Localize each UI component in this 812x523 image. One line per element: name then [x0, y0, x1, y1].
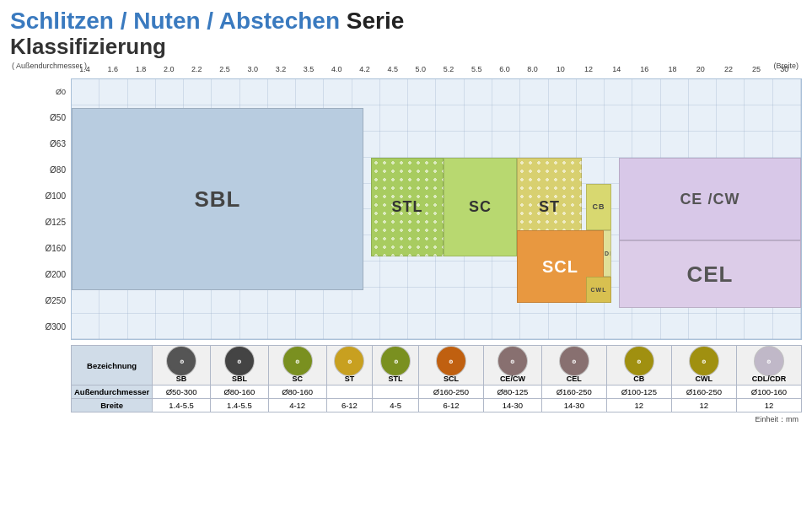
y-label-100: Ø100: [10, 183, 71, 209]
col-name-cdl_cdr: CDL/CDR: [739, 375, 799, 383]
col-name-scl: SCL: [422, 375, 481, 383]
breite-val-stl: 4-5: [373, 399, 419, 412]
icon-st: ⚙: [337, 349, 361, 373]
ruler-tick: 3.0: [239, 65, 266, 73]
ruler-tick: 18: [659, 65, 686, 73]
col-name-sc: SC: [272, 375, 324, 383]
title-area: Schlitzen / Nuten / Abstechen Serie Klas…: [10, 8, 802, 58]
series-label-sc: SC: [469, 198, 492, 216]
icon-scl: ⚙: [439, 349, 463, 373]
ruler-tick: 22: [714, 65, 742, 73]
series-label-cwl: CWL: [590, 287, 606, 293]
ruler-tick: 5.2: [434, 65, 462, 73]
ruler-row: ( Außendurchmesser ) (Breite) 1.41.61.82…: [71, 62, 799, 77]
ruler-tick: 1.6: [99, 65, 126, 73]
series-label-cb: CB: [592, 202, 605, 211]
ruler-tick: 5.0: [406, 65, 434, 73]
aussendurchmesser-val-scl: Ø160-250: [418, 386, 483, 399]
breite-val-sb: 1.4-5.5: [153, 399, 211, 412]
aussendurchmesser-val-stl: [373, 386, 419, 399]
icon-cell-sbl: ⚙SBL: [211, 346, 269, 386]
title-black: Serie: [340, 8, 404, 34]
icon-cb: ⚙: [627, 349, 651, 373]
ruler-tick: 4.2: [351, 65, 379, 73]
icon-cel: ⚙: [562, 349, 586, 373]
aussendurchmesser-label: Außendurchmesser: [72, 386, 153, 399]
bottom-table-wrapper: Bezeichnung⚙SB⚙SBL⚙SC⚙ST⚙STL⚙SCL⚙CE/CW⚙C…: [71, 345, 802, 425]
grid-body: SB SBLSTLSCSTCBCDL/CDRSCLCWLCE /CWCEL: [71, 78, 802, 340]
breite-val-cb: 12: [606, 399, 671, 412]
series-block-cb: CB: [586, 184, 611, 230]
icon-cell-sb: ⚙SB: [153, 346, 211, 386]
aussendurchmesser-val-cwl: Ø160-250: [671, 386, 736, 399]
series-label-ce_cw: CE /CW: [680, 191, 739, 208]
aussendurchmesser-val-cb: Ø100-125: [606, 386, 671, 399]
main-container: Schlitzen / Nuten / Abstechen Serie Klas…: [0, 0, 812, 523]
y-label-125: Ø125: [10, 209, 71, 235]
icon-sc: ⚙: [286, 349, 309, 373]
ruler-tick: 12: [574, 65, 602, 73]
breite-val-scl: 6-12: [418, 399, 483, 412]
ruler-tick: 3.2: [266, 65, 294, 73]
icon-cell-cel: ⚙CEL: [541, 346, 606, 386]
series-block-sbl: SBL: [72, 108, 363, 290]
col-name-ce_cw: CE/CW: [487, 375, 539, 383]
series-label-sbl: SBL: [195, 186, 241, 213]
ruler-tick: 2.5: [211, 65, 239, 73]
series-label-st: ST: [539, 198, 560, 216]
series-block-ce_cw: CE /CW: [619, 158, 801, 241]
y-label-160: Ø160: [10, 235, 71, 262]
icon-sb: ⚙: [169, 349, 193, 373]
series-block-cwl: CWL: [586, 277, 611, 303]
title-line1: Schlitzen / Nuten / Abstechen Serie: [10, 8, 802, 35]
icon-cdl_cdr: ⚙: [757, 349, 781, 373]
ruler-tick: 5.5: [463, 65, 491, 73]
ruler-cells: 1.41.61.82.02.22.53.03.23.54.04.24.55.05…: [71, 65, 799, 73]
ruler-tick: 20: [686, 65, 714, 73]
series-label-cel: CEL: [686, 262, 733, 288]
einheit-row: Einheit：mm: [71, 414, 802, 425]
icon-stl: ⚙: [384, 349, 407, 373]
icon-cell-ce_cw: ⚙CE/CW: [484, 346, 542, 386]
ruler-tick: 3.5: [295, 65, 323, 73]
breite-val-sbl: 1.4-5.5: [211, 399, 269, 412]
icon-cell-cdl_cdr: ⚙CDL/CDR: [736, 346, 801, 386]
ruler-tick: 16: [631, 65, 659, 73]
series-block-sc: SC: [444, 158, 517, 256]
aussendurchmesser-val-sbl: Ø80-160: [211, 386, 269, 399]
icon-ce_cw: ⚙: [501, 349, 524, 373]
grid-row-line: [72, 314, 801, 340]
bezeichnung-label: Bezeichnung: [72, 346, 153, 386]
y-axis: Ø0 Ø50 Ø63 Ø80 Ø100 Ø125 Ø160 Ø200 Ø250 …: [10, 78, 71, 340]
ruler-tick: 8.0: [519, 65, 546, 73]
icon-cell-st: ⚙ST: [326, 346, 373, 386]
icon-cell-cwl: ⚙CWL: [671, 346, 736, 386]
series-label-stl: STL: [391, 198, 422, 216]
bottom-table: Bezeichnung⚙SB⚙SBL⚙SC⚙ST⚙STL⚙SCL⚙CE/CW⚙C…: [71, 345, 802, 412]
col-name-st: ST: [330, 375, 370, 383]
grid-row-line: [72, 79, 801, 105]
aussendurchmesser-val-st: [326, 386, 373, 399]
y-label-250: Ø250: [10, 288, 71, 314]
breite-val-cel: 14-30: [541, 399, 606, 412]
ruler-tick: 2.2: [183, 65, 211, 73]
series-label-scl: SCL: [542, 257, 578, 277]
ruler-tick: 6.0: [491, 65, 519, 73]
y-label-200: Ø200: [10, 262, 71, 288]
icon-cell-stl: ⚙STL: [373, 346, 419, 386]
breite-val-sc: 4-12: [268, 399, 326, 412]
aussendurchmesser-val-cdl_cdr: Ø100-160: [736, 386, 801, 399]
breite-label: (Breite): [773, 62, 799, 70]
col-name-sbl: SBL: [213, 375, 266, 383]
ruler-tick: 4.5: [379, 65, 406, 73]
aussendurchmesser-val-cel: Ø160-250: [541, 386, 606, 399]
icon-cell-scl: ⚙SCL: [418, 346, 483, 386]
ruler-tick: 1.8: [126, 65, 154, 73]
icon-cell-sc: ⚙SC: [268, 346, 326, 386]
col-name-cb: CB: [610, 375, 669, 383]
y-label-300: Ø300: [10, 314, 71, 340]
series-block-stl: STL: [371, 158, 444, 256]
col-name-stl: STL: [375, 375, 416, 383]
y-label-63: Ø63: [10, 131, 71, 157]
outside-label: ( Außendurchmesser ): [12, 62, 87, 70]
